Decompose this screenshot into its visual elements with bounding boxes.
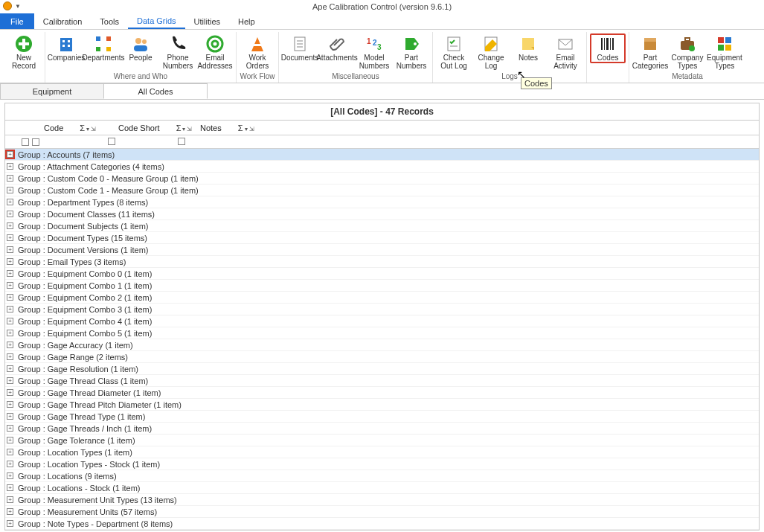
group-row[interactable]: +Group : Equipment Combo 2 (1 item) <box>5 292 759 304</box>
group-row[interactable]: +Group : Document Subjects (1 item) <box>5 220 759 232</box>
expander-icon[interactable]: + <box>7 508 13 515</box>
group-row[interactable]: +Group : Gage Thread Class (1 item) <box>5 375 759 387</box>
group-row[interactable]: +Group : Document Versions (1 item) <box>5 244 759 256</box>
check-out-log-button[interactable]: Check Out Log <box>436 33 472 70</box>
group-row[interactable]: +Group : Gage Tolerance (1 item) <box>5 435 759 446</box>
group-row[interactable]: +Group : Location Types - Stock (1 item) <box>5 458 759 470</box>
group-row[interactable]: +Group : Locations - Stock (1 item) <box>5 482 759 494</box>
part-categories-button[interactable]: Part Categories <box>632 33 668 70</box>
qat-dropdown-icon[interactable]: ▼ <box>15 3 21 10</box>
group-row[interactable]: +Group : Locations (9 items) <box>5 470 759 482</box>
model-numbers-button[interactable]: 123Model Numbers <box>356 33 392 70</box>
filter-box[interactable] <box>108 138 115 145</box>
menu-item-utilities[interactable]: Utilities <box>185 13 229 29</box>
column-notes[interactable]: Notes <box>200 124 222 132</box>
group-row[interactable]: +Group : Document Classes (11 items) <box>5 208 759 220</box>
expander-icon[interactable]: + <box>7 389 13 396</box>
menu-item-help[interactable]: Help <box>229 13 264 29</box>
group-row[interactable]: +Group : Custom Code 0 - Measure Group (… <box>5 173 759 185</box>
people-button[interactable]: People <box>123 33 158 62</box>
group-row[interactable]: +Group : Document Types (15 items) <box>5 232 759 244</box>
expander-icon[interactable]: + <box>7 461 13 467</box>
expander-icon[interactable]: + <box>7 187 13 193</box>
notes-button[interactable]: Notes <box>510 33 546 62</box>
group-row[interactable]: +Group : Equipment Combo 5 (1 item) <box>5 327 759 339</box>
email-addresses-button[interactable]: Email Addresses <box>197 33 233 70</box>
group-row[interactable]: +Group : Measurement Units (57 items) <box>5 506 759 518</box>
expander-icon[interactable]: + <box>7 425 13 432</box>
group-row[interactable]: +Group : Attachment Categories (4 items) <box>5 161 759 173</box>
group-row[interactable]: +Group : Gage Thread Pitch Diameter (1 i… <box>5 399 759 411</box>
part-numbers-button[interactable]: Part Numbers <box>394 33 429 70</box>
expander-icon[interactable]: + <box>7 520 13 527</box>
expander-icon[interactable]: + <box>7 437 13 443</box>
expander-icon[interactable]: + <box>7 496 13 503</box>
group-row[interactable]: +Group : Custom Code 1 - Measure Group (… <box>5 185 759 196</box>
expander-icon[interactable]: + <box>7 151 13 158</box>
group-row[interactable]: +Group : Equipment Combo 1 (1 item) <box>5 280 759 292</box>
company-types-button[interactable]: Company Types <box>670 33 705 70</box>
expander-icon[interactable]: + <box>7 342 13 348</box>
file-menu[interactable]: File <box>0 13 34 29</box>
group-row[interactable]: +Group : Gage Threads / Inch (1 item) <box>5 423 759 435</box>
filter-box[interactable] <box>22 138 29 146</box>
attachments-button[interactable]: Attachments <box>319 33 355 62</box>
group-row[interactable]: +Group : Department Types (8 items) <box>5 196 759 208</box>
group-row[interactable]: +Group : Gage Range (2 items) <box>5 351 759 363</box>
departments-button[interactable]: Departments <box>86 33 121 62</box>
group-row[interactable]: +Group : Gage Resolution (1 item) <box>5 363 759 375</box>
group-row[interactable]: +Group : Gage Thread Diameter (1 item) <box>5 387 759 399</box>
expander-icon[interactable]: + <box>7 353 13 360</box>
column-code[interactable]: Code <box>44 124 63 132</box>
sigma-icon[interactable]: Σ <box>238 124 243 132</box>
expander-icon[interactable]: + <box>7 377 13 384</box>
new-record-button[interactable]: New Record <box>6 33 42 70</box>
column-code-short[interactable]: Code Short <box>118 124 160 132</box>
expander-icon[interactable]: + <box>7 234 13 241</box>
expander-icon[interactable]: + <box>7 306 13 313</box>
expander-icon[interactable]: + <box>7 294 13 301</box>
filter-box[interactable] <box>32 138 39 146</box>
expander-icon[interactable]: + <box>7 330 13 336</box>
expander-icon[interactable]: + <box>7 472 13 479</box>
documents-button[interactable]: Documents <box>282 33 318 62</box>
change-log-button[interactable]: Change Log <box>473 33 509 70</box>
group-row[interactable]: +Group : Accounts (7 items) <box>5 149 759 161</box>
expander-icon[interactable]: + <box>7 413 13 420</box>
expander-icon[interactable]: + <box>7 365 13 372</box>
group-row[interactable]: +Group : Measurement Unit Types (13 item… <box>5 494 759 506</box>
phone-numbers-button[interactable]: Phone Numbers <box>160 33 196 70</box>
group-row[interactable]: +Group : Equipment Combo 4 (1 item) <box>5 315 759 327</box>
menu-item-data-grids[interactable]: Data Grids <box>128 13 185 29</box>
pin-icon[interactable]: ⇲ <box>89 126 96 132</box>
group-row[interactable]: +Group : Equipment Combo 3 (1 item) <box>5 304 759 315</box>
expander-icon[interactable]: + <box>7 401 13 408</box>
group-row[interactable]: +Group : Gage Accuracy (1 item) <box>5 339 759 351</box>
expander-icon[interactable]: + <box>7 211 13 217</box>
work-orders-button[interactable]: Work Orders <box>240 33 275 70</box>
expander-icon[interactable]: + <box>7 246 13 253</box>
expander-icon[interactable]: + <box>7 175 13 182</box>
pin-icon[interactable]: ⇲ <box>248 126 254 132</box>
companies-button[interactable]: Companies <box>48 33 84 62</box>
filter-box[interactable] <box>178 138 185 145</box>
tab-equipment[interactable]: Equipment <box>0 83 104 99</box>
expander-icon[interactable]: + <box>7 484 13 491</box>
codes-button[interactable]: Codes <box>590 33 626 63</box>
tab-all-codes[interactable]: All Codes <box>103 83 208 99</box>
email-activity-button[interactable]: Email Activity <box>548 33 583 70</box>
group-row[interactable]: +Group : Note Types - Department (8 item… <box>5 518 759 530</box>
group-row[interactable]: +Group : Gage Thread Type (1 item) <box>5 411 759 423</box>
menu-item-calibration[interactable]: Calibration <box>34 13 92 29</box>
group-row[interactable]: +Group : Email Types (3 items) <box>5 256 759 268</box>
expander-icon[interactable]: + <box>7 318 13 324</box>
expander-icon[interactable]: + <box>7 270 13 277</box>
expander-icon[interactable]: + <box>7 163 13 170</box>
expander-icon[interactable]: + <box>7 258 13 265</box>
menu-item-tools[interactable]: Tools <box>91 13 128 29</box>
expander-icon[interactable]: + <box>7 199 13 205</box>
group-row[interactable]: +Group : Equipment Combo 0 (1 item) <box>5 268 759 280</box>
pin-icon[interactable]: ⇲ <box>185 126 192 132</box>
expander-icon[interactable]: + <box>7 222 13 229</box>
expander-icon[interactable]: + <box>7 449 13 455</box>
